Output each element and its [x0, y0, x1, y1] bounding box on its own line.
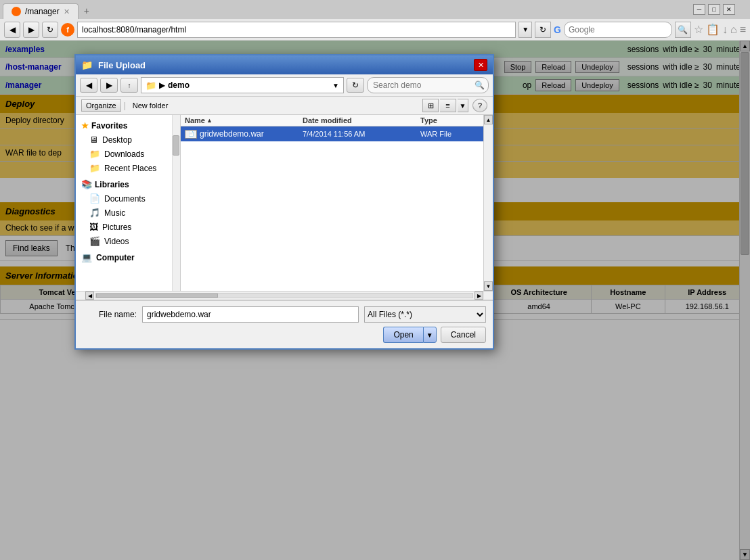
view-details-button[interactable]: ≡	[440, 99, 456, 112]
open-dropdown-button[interactable]: ▼	[423, 327, 437, 343]
pictures-icon: 🖼	[89, 222, 98, 232]
file-row-0[interactable]: 📄 gridwebdemo.war 7/4/2014 11:56 AM WAR …	[181, 126, 483, 141]
libraries-icon: 📚	[81, 179, 92, 189]
search-dialog-icon: 🔍	[475, 80, 485, 90]
documents-icon: 📄	[89, 193, 100, 204]
refresh-addr[interactable]: ↻	[535, 22, 551, 38]
dialog-forward-button[interactable]: ▶	[100, 78, 118, 93]
view-list-button[interactable]: ⊞	[422, 99, 439, 112]
dialog-back-button[interactable]: ◀	[80, 78, 97, 93]
sidebar-item-documents[interactable]: 📄 Documents	[76, 191, 180, 206]
open-button-group: Open ▼	[383, 327, 436, 343]
download-icon[interactable]: ↓	[722, 24, 728, 36]
window-minimize[interactable]: ─	[693, 4, 705, 15]
sidebar-item-videos[interactable]: 🎬 Videos	[76, 234, 180, 248]
firefox-icon	[12, 7, 21, 16]
breadcrumb-arrow: ▶	[159, 80, 165, 90]
hscroll-left[interactable]: ◀	[85, 291, 94, 300]
search-input[interactable]	[564, 22, 672, 38]
new-tab-button[interactable]: +	[79, 3, 95, 19]
breadcrumb-dropdown[interactable]: ▼	[332, 82, 339, 89]
open-button[interactable]: Open	[383, 327, 422, 343]
sidebar-item-pictures[interactable]: 🖼 Pictures	[76, 220, 180, 234]
folder-nav-icon: 📁	[146, 80, 156, 91]
favorites-label: Favorites	[91, 121, 127, 131]
vscroll-up[interactable]: ▲	[484, 115, 493, 124]
war-file-icon: 📄	[185, 130, 197, 139]
window-close[interactable]: ✕	[723, 4, 735, 15]
libraries-group: 📚 Libraries	[76, 175, 180, 191]
bookmark-icon[interactable]: 📋	[706, 23, 720, 36]
refresh-button[interactable]: ↻	[42, 22, 58, 38]
file-name-0: gridwebdemo.war	[200, 129, 264, 139]
sidebar-item-recent[interactable]: 📁 Recent Places	[76, 161, 180, 175]
favorites-group: ★ Favorites	[76, 119, 180, 133]
dialog-upload-icon: 📁	[81, 60, 93, 70]
filename-input[interactable]	[142, 306, 359, 323]
file-type-0: WAR File	[420, 130, 479, 138]
sidebar-item-desktop[interactable]: 🖥 Desktop	[76, 133, 180, 147]
star-icon: ★	[81, 121, 89, 131]
music-icon: 🎵	[89, 208, 100, 218]
file-upload-dialog: 📁 File Upload ✕ ◀ ▶ ↑ 📁 ▶ demo ▼ ↻	[74, 54, 494, 350]
desktop-icon: 🖥	[89, 135, 98, 145]
hscroll-right[interactable]: ▶	[475, 291, 483, 300]
dialog-up-button[interactable]: ↑	[120, 78, 138, 93]
view-dropdown[interactable]: ▼	[458, 99, 468, 112]
breadcrumb-refresh[interactable]: ↻	[347, 78, 364, 93]
dialog-title: File Upload	[98, 60, 146, 70]
sidebar-item-downloads[interactable]: 📁 Downloads	[76, 147, 180, 161]
back-button[interactable]: ◀	[4, 22, 20, 38]
search-dialog-input[interactable]	[367, 77, 489, 93]
breadcrumb-bar: 📁 ▶ demo ▼	[141, 77, 344, 93]
address-bar[interactable]	[77, 22, 516, 38]
col-name[interactable]: Name ▲	[185, 116, 303, 124]
star-icon[interactable]: ☆	[694, 23, 703, 36]
recent-icon: 📁	[89, 163, 100, 173]
cancel-button[interactable]: Cancel	[441, 327, 486, 343]
filetype-select[interactable]: All Files (*.*)	[364, 306, 486, 323]
filename-label: File name:	[83, 310, 137, 319]
breadcrumb-current: demo	[168, 80, 190, 90]
menu-icon[interactable]: ≡	[740, 24, 746, 36]
sidebar-item-music[interactable]: 🎵 Music	[76, 206, 180, 220]
google-icon: G	[554, 24, 561, 35]
window-maximize[interactable]: □	[708, 4, 720, 15]
search-button[interactable]: 🔍	[675, 22, 691, 38]
home-icon[interactable]: ⌂	[730, 24, 737, 36]
col-date[interactable]: Date modified	[303, 116, 420, 124]
tab-close-icon[interactable]: ✕	[64, 7, 70, 16]
help-button[interactable]: ?	[472, 99, 487, 112]
videos-icon: 🎬	[89, 236, 100, 246]
computer-icon: 💻	[81, 252, 92, 262]
address-go[interactable]: ▼	[519, 22, 532, 38]
dialog-close-button[interactable]: ✕	[474, 59, 487, 71]
firefox-logo: f	[61, 23, 74, 37]
col-type[interactable]: Type	[420, 116, 479, 124]
new-folder-button[interactable]: New folder	[129, 100, 173, 111]
organize-button[interactable]: Organize	[81, 99, 121, 112]
tab-title: /manager	[25, 7, 60, 16]
vscroll-down[interactable]: ▼	[484, 281, 493, 291]
browser-tab[interactable]: /manager ✕	[3, 3, 79, 19]
dialog-sidebar: ★ Favorites 🖥 Desktop 📁 Downloads 📁 Rece…	[76, 115, 181, 291]
downloads-icon: 📁	[89, 149, 100, 159]
forward-button[interactable]: ▶	[23, 22, 39, 38]
file-date-0: 7/4/2014 11:56 AM	[303, 130, 420, 138]
sidebar-item-computer[interactable]: 💻 Computer	[76, 248, 180, 264]
